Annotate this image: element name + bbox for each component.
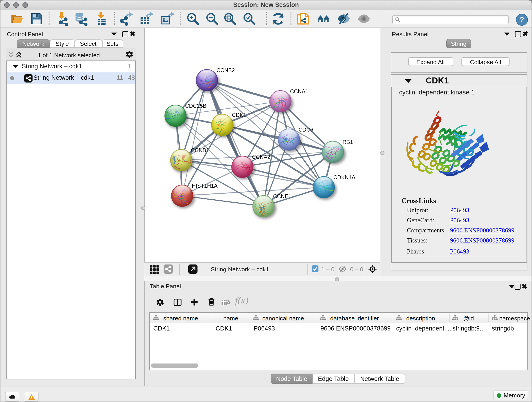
svg-text:CCNE1: CCNE1: [273, 193, 291, 199]
svg-text:CCNA1: CCNA1: [290, 89, 308, 95]
svg-text:CDC25B: CDC25B: [185, 103, 206, 109]
svg-text:CDC6: CDC6: [298, 127, 313, 133]
svg-text:CCNB1: CCNB1: [191, 147, 209, 153]
svg-text:CCNA2: CCNA2: [252, 154, 270, 160]
svg-text:CDKN1A: CDKN1A: [333, 174, 355, 180]
svg-text:HIST1H1A: HIST1H1A: [192, 183, 218, 189]
svg-text:RB1: RB1: [342, 139, 353, 145]
svg-text:CDK1: CDK1: [232, 112, 246, 118]
svg-text:CCNB2: CCNB2: [216, 67, 235, 73]
